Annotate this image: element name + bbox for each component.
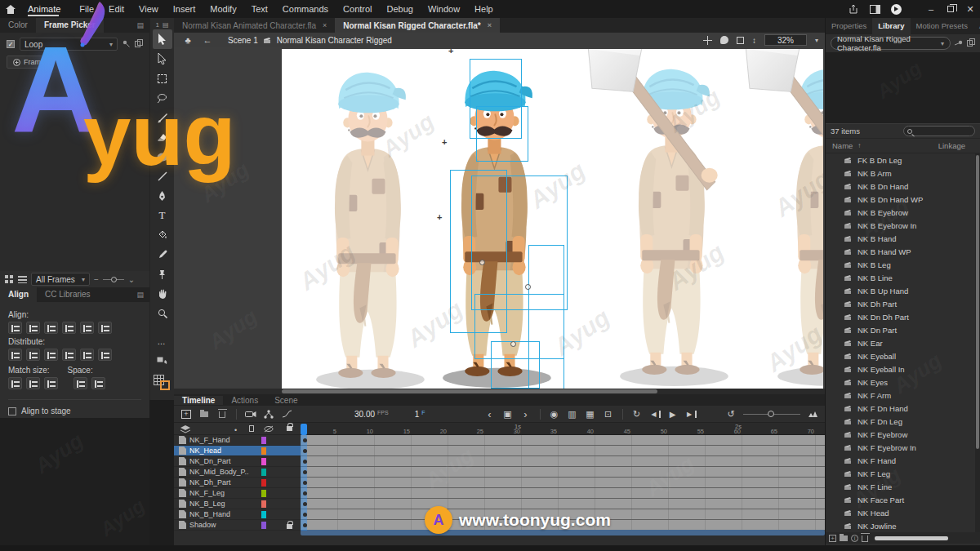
chevron-down-icon[interactable]: ▾ [815, 37, 818, 44]
more-tools-icon[interactable]: … [153, 331, 172, 351]
layer-name[interactable]: NK_Head [189, 447, 221, 455]
pasteboard[interactable]: + + + Ayug Ayug Ayug Ayug Ayug Ayug Ayug… [174, 47, 825, 389]
tab-scene[interactable]: Scene [266, 396, 305, 405]
keyframe-dot[interactable] [303, 470, 307, 474]
library-item[interactable]: NK Eyes [826, 375, 980, 389]
camera-icon[interactable] [245, 411, 256, 418]
tab-frame-picker[interactable]: Frame Picker [36, 18, 104, 33]
library-item[interactable]: NK F Dn Leg [826, 415, 980, 428]
layer-row[interactable]: NK_B_Leg [174, 499, 301, 509]
menu-item[interactable]: Edit [101, 4, 131, 14]
prev-keyframe-icon[interactable]: ‹ [484, 408, 496, 420]
menu-item[interactable]: Text [244, 4, 275, 14]
frame-span[interactable] [301, 446, 825, 456]
menu-item[interactable]: Debug [380, 4, 421, 14]
character-kisan-faded[interactable] [298, 65, 438, 389]
breadcrumb-scene[interactable]: Scene 1 [228, 36, 258, 45]
center-stage-icon[interactable] [703, 36, 712, 45]
library-item[interactable]: NK B Leg [826, 258, 980, 271]
menu-item[interactable]: Insert [166, 4, 203, 14]
distribute-left[interactable] [62, 349, 76, 361]
frames-area[interactable]: 1s 2s 510152025303540455055606570 [301, 423, 825, 531]
brush-tool[interactable] [153, 108, 172, 127]
distribute-middle-vertical[interactable] [26, 349, 40, 361]
list-view-icon[interactable] [18, 275, 27, 283]
align-right[interactable] [44, 322, 58, 334]
onion-skin-icon[interactable]: ◉ [549, 409, 560, 420]
minimize-button[interactable]: – [921, 4, 941, 14]
selection-box[interactable] [476, 106, 528, 162]
loop-icon[interactable]: ↻ [631, 409, 643, 420]
rotation-icon[interactable] [720, 36, 728, 44]
layer-name[interactable]: NK_F_Leg [189, 489, 225, 497]
layer-name[interactable]: NK_B_Leg [189, 500, 225, 508]
hide-all-eye-icon[interactable] [264, 425, 274, 434]
thumbnail-view-icon[interactable] [5, 275, 14, 283]
asset-warp-pin-tool[interactable] [153, 264, 172, 284]
library-horizontal-scrollbar[interactable] [875, 536, 948, 540]
keyframe-dot[interactable] [303, 481, 307, 485]
tab-cc-libraries[interactable]: CC Libraries [37, 287, 99, 302]
create-frame-button[interactable]: Frame [7, 56, 51, 69]
step-back-icon[interactable]: ▶ [649, 411, 661, 418]
frame-span[interactable] [301, 456, 825, 467]
align-top[interactable] [62, 322, 76, 334]
selection-tool[interactable] [153, 29, 172, 49]
transform-point[interactable] [510, 341, 516, 347]
onion-skin-outline-icon[interactable]: ▥ [567, 409, 578, 420]
align-bottom[interactable] [98, 322, 112, 334]
layer-color-swatch[interactable] [261, 490, 266, 497]
menu-item[interactable]: File [72, 4, 101, 14]
lock-icon[interactable] [287, 522, 292, 531]
menu-item[interactable]: Commands [275, 4, 336, 14]
zoom-in-icon[interactable]: ⌄ [128, 275, 135, 284]
pin-library-icon[interactable] [955, 39, 963, 48]
insert-marker-icon[interactable]: ▣ [502, 409, 514, 420]
distribute-top[interactable] [8, 349, 22, 361]
zoom-tool[interactable] [153, 304, 172, 323]
library-item[interactable]: NK Dn Part [826, 323, 980, 336]
tab-properties[interactable]: Properties [826, 18, 872, 34]
updown-icon[interactable]: ↕ [752, 36, 756, 45]
match-width[interactable] [8, 377, 22, 389]
align-to-stage-checkbox[interactable] [8, 407, 16, 415]
eyedropper-tool[interactable] [153, 245, 172, 264]
layer-color-swatch[interactable] [261, 500, 266, 508]
column-linkage[interactable]: Linkage [938, 141, 973, 150]
keyframe-dot[interactable] [303, 491, 307, 495]
timeline-zoom-slider[interactable] [743, 414, 800, 415]
keyframe-dot[interactable] [303, 523, 307, 527]
outline-all-icon[interactable] [249, 425, 254, 433]
transform-point[interactable] [479, 260, 485, 265]
parenting-view-icon[interactable] [263, 410, 274, 419]
character-kisan-axe-clipped[interactable] [760, 62, 823, 389]
library-item[interactable]: NK F Line [826, 480, 980, 493]
close-button[interactable]: ✕ [960, 4, 980, 15]
layer-color-swatch[interactable] [261, 458, 266, 465]
distribute-bottom[interactable] [44, 349, 58, 361]
tab-timeline[interactable]: Timeline [174, 396, 223, 405]
new-symbol-button[interactable]: + [829, 535, 836, 542]
column-name[interactable]: Name [832, 141, 853, 150]
new-library-panel-icon[interactable] [967, 38, 975, 48]
sort-arrow-icon[interactable]: ↑ [858, 142, 861, 149]
layer-name[interactable]: NK_F_Hand [189, 436, 230, 444]
frames-filter-dropdown[interactable]: All Frames ▾ [31, 273, 90, 286]
playhead[interactable] [301, 424, 307, 435]
clip-content-icon[interactable] [737, 37, 744, 44]
free-transform-tool[interactable] [153, 69, 172, 88]
layer-row[interactable]: NK_B_Hand [174, 509, 301, 520]
keyframe-dot[interactable] [303, 513, 307, 517]
frame-span[interactable] [301, 499, 825, 509]
layer-color-swatch[interactable] [261, 447, 266, 455]
match-height[interactable] [26, 377, 40, 389]
line-tool[interactable] [153, 167, 172, 186]
library-item[interactable]: NK F Leg [826, 467, 980, 480]
library-item[interactable]: NK F Dn Hand [826, 402, 980, 415]
thumbnail-size-slider[interactable] [103, 279, 124, 280]
frame-span[interactable] [301, 478, 825, 488]
layer-name[interactable]: Shadow [189, 521, 216, 529]
keyframe-dot[interactable] [303, 438, 307, 442]
library-item[interactable]: NK Head [826, 506, 980, 519]
library-item[interactable]: NK F Hand [826, 454, 980, 467]
